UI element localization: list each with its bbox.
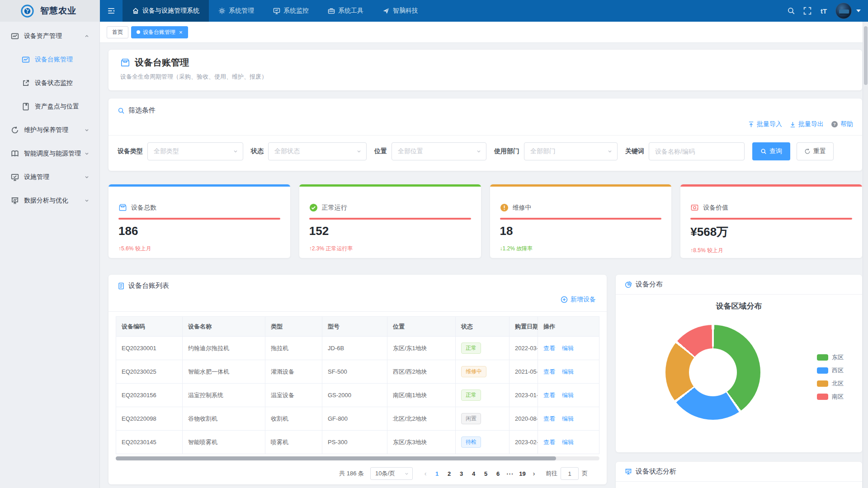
sidebar-item-device-ledger[interactable]: 设备台账管理 — [0, 48, 99, 71]
nav-item-system-management[interactable]: 系统管理 — [209, 0, 264, 22]
sidebar-item-label: 智能调度与能源管理 — [24, 150, 81, 158]
chevron-down-icon[interactable] — [856, 9, 861, 12]
column-header: 状态 — [456, 317, 509, 337]
stat-divider — [500, 218, 662, 220]
page-number[interactable]: 5 — [480, 470, 492, 477]
row-action-link[interactable]: 查看 — [543, 392, 555, 399]
legend-item[interactable]: 西区 — [817, 366, 844, 375]
search-button[interactable]: 查询 — [752, 142, 790, 160]
cell-status: 维修中 — [456, 360, 509, 384]
status-badge: 闲置 — [461, 413, 481, 424]
legend-label: 北区 — [832, 380, 844, 388]
field-label: 状态 — [251, 147, 264, 155]
filter-form: 设备类型 全部类型 状态 全部状态 位置 全部位置 — [108, 136, 862, 160]
stat-divider — [309, 218, 471, 220]
cell-location: 北区/北2地块 — [387, 407, 456, 431]
search-icon[interactable] — [783, 0, 799, 22]
sidebar-item-label: 设备状态监控 — [35, 79, 73, 87]
cell-status: 正常 — [456, 384, 509, 407]
sidebar-item-scheduling-energy[interactable]: 智能调度与能源管理 — [0, 142, 99, 165]
row-action-link[interactable]: 编辑 — [562, 415, 574, 422]
ledger-chart-icon — [22, 56, 30, 64]
external-link-icon — [22, 79, 30, 87]
cell-name: 约翰迪尔拖拉机 — [183, 337, 265, 360]
collapse-menu-icon[interactable] — [100, 0, 123, 22]
nav-item-label: 智脑科技 — [393, 7, 418, 15]
page-scrollbar[interactable] — [863, 22, 868, 488]
tab-home[interactable]: 首页 — [107, 26, 128, 38]
avatar[interactable] — [835, 3, 852, 19]
cell-actions: 查看编辑 — [538, 360, 599, 384]
horizontal-scrollbar[interactable] — [116, 456, 599, 460]
legend-item[interactable]: 东区 — [817, 353, 844, 361]
add-device-button[interactable]: 新增设备 — [561, 296, 596, 304]
prev-page-button[interactable]: ‹ — [420, 470, 431, 477]
sidebar-item-maintenance[interactable]: 维护与保养管理 — [0, 118, 99, 142]
sidebar-menu: 设备资产管理 设备台账管理 设备状态监控 资产盘点与位置 维护与保养管理 智能调… — [0, 22, 99, 212]
stat-value: 18 — [500, 224, 662, 238]
batch-export-link[interactable]: 批量导出 — [789, 120, 824, 128]
cell-purchase-date: 2023-01- — [509, 384, 538, 407]
sidebar-item-device-status[interactable]: 设备状态监控 — [0, 71, 99, 95]
goto-page-input[interactable] — [561, 467, 579, 480]
close-icon[interactable]: × — [179, 29, 183, 35]
help-link[interactable]: ? 帮助 — [831, 120, 853, 128]
page-number[interactable]: 6 — [492, 470, 504, 477]
tab-device-ledger[interactable]: 设备台账管理 × — [131, 26, 188, 38]
page-number[interactable]: 1 — [431, 470, 443, 477]
row-action-link[interactable]: 查看 — [543, 439, 555, 446]
cell-location: 东区/东3地块 — [387, 431, 456, 454]
sidebar-item-label: 设备台账管理 — [35, 56, 73, 64]
cell-model: GS-2000 — [322, 384, 387, 407]
nav-item-system-monitor[interactable]: 系统监控 — [264, 0, 318, 22]
font-size-icon[interactable]: tT — [816, 0, 832, 22]
legend-item[interactable]: 北区 — [817, 380, 844, 388]
scrollbar-thumb[interactable] — [864, 26, 868, 85]
row-action-link[interactable]: 查看 — [543, 415, 555, 422]
status-badge: 正常 — [461, 343, 481, 354]
filter-card: 筛选条件 批量导入 批量导出 ? 帮助 设备类型 — [108, 99, 862, 171]
row-action-link[interactable]: 编辑 — [562, 392, 574, 399]
batch-import-link[interactable]: 批量导入 — [748, 120, 782, 128]
sidebar-item-facility[interactable]: 设施管理 — [0, 165, 99, 189]
tab-label: 设备台账管理 — [143, 28, 175, 36]
sidebar-item-asset-inventory[interactable]: 资产盘点与位置 — [0, 95, 99, 118]
legend-item[interactable]: 南区 — [817, 393, 844, 401]
cell-code: EQ20230156 — [116, 384, 183, 407]
keyword-input[interactable] — [649, 142, 745, 160]
device-distribution-panel: 设备分布 设备区域分布 东区西区北区南区 — [616, 275, 862, 452]
row-action-link[interactable]: 编辑 — [562, 368, 574, 375]
page-number[interactable]: 4 — [467, 470, 480, 477]
nav-item-system-tools[interactable]: 系统工具 — [318, 0, 373, 22]
tab-bar: 首页 设备台账管理 × — [100, 22, 868, 43]
cell-type: 收割机 — [265, 407, 322, 431]
page-size-select[interactable]: 10条/页 — [370, 467, 413, 480]
location-select[interactable]: 全部位置 — [392, 142, 486, 160]
fullscreen-icon[interactable] — [799, 0, 816, 22]
page-title: 设备台账管理 — [135, 56, 189, 69]
download-icon — [789, 121, 796, 128]
nav-item-label: 设备与设施管理系统 — [142, 7, 199, 15]
next-page-button[interactable]: › — [528, 470, 539, 477]
table-row: EQ20230156温室控制系统温室设备GS-2000南区/南1地块正常2023… — [116, 384, 599, 407]
page-number[interactable]: 3 — [455, 470, 467, 477]
nav-item-zhinao-tech[interactable]: 智脑科技 — [373, 0, 428, 22]
device-type-select[interactable]: 全部类型 — [147, 142, 243, 160]
pagination-ellipsis[interactable]: ··· — [504, 470, 516, 477]
reset-button[interactable]: 重置 — [797, 142, 834, 160]
nav-item-equipment-system[interactable]: 设备与设施管理系统 — [123, 0, 209, 22]
sidebar-item-equipment-assets[interactable]: 设备资产管理 — [0, 24, 99, 48]
page-number[interactable]: 2 — [443, 470, 455, 477]
sidebar-item-data-analysis[interactable]: 数据分析与优化 — [0, 189, 99, 212]
scrollbar-thumb[interactable] — [116, 456, 556, 460]
status-select[interactable]: 全部状态 — [268, 142, 367, 160]
row-action-link[interactable]: 查看 — [543, 345, 555, 352]
plus-circle-icon — [561, 296, 568, 303]
row-action-link[interactable]: 编辑 — [562, 345, 574, 352]
department-select[interactable]: 全部部门 — [524, 142, 618, 160]
cell-type: 拖拉机 — [265, 337, 322, 360]
row-action-link[interactable]: 编辑 — [562, 439, 574, 446]
donut-chart — [665, 325, 760, 420]
page-number[interactable]: 19 — [516, 470, 528, 477]
row-action-link[interactable]: 查看 — [543, 368, 555, 375]
